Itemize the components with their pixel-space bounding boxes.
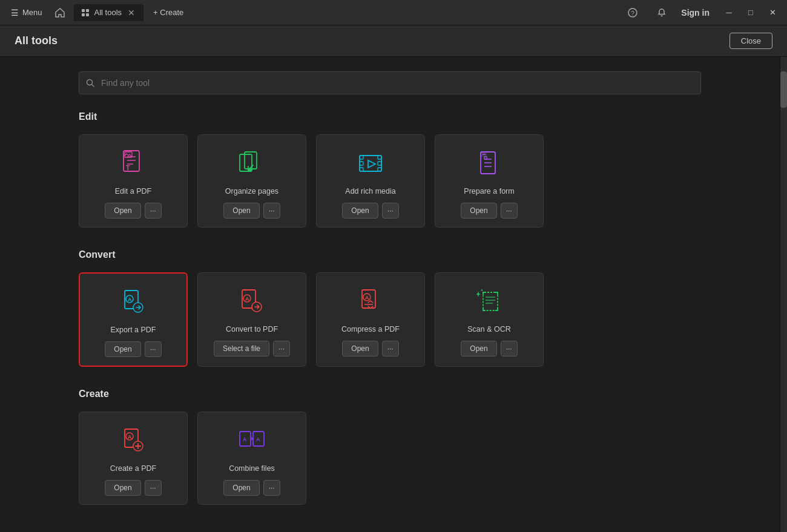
compress-pdf-more-button[interactable]: ··· xyxy=(382,341,399,356)
svg-text:A: A xyxy=(365,295,369,301)
svg-rect-44 xyxy=(483,292,498,310)
svg-line-7 xyxy=(92,85,94,87)
compress-pdf-label: Compress a PDF xyxy=(341,325,400,333)
convert-to-pdf-open-button[interactable]: Select a file xyxy=(214,341,269,356)
prepare-form-icon xyxy=(471,147,507,181)
create-tools-grid: A Create a PDF Open ··· xyxy=(79,412,701,505)
prepare-form-actions: Open ··· xyxy=(461,203,517,218)
edit-pdf-open-button[interactable]: Open xyxy=(105,203,140,218)
svg-text:A: A xyxy=(243,436,247,442)
edit-pdf-icon: T xyxy=(115,147,151,181)
edit-section: Edit xyxy=(79,111,701,228)
home-icon xyxy=(54,7,65,18)
prepare-form-open-button[interactable]: Open xyxy=(461,203,496,218)
convert-section-title: Convert xyxy=(79,249,701,260)
export-pdf-open-button[interactable]: Open xyxy=(105,341,140,357)
export-pdf-more-button[interactable]: ··· xyxy=(145,341,162,357)
scrollbar-track[interactable] xyxy=(780,57,787,532)
window-controls: ─ □ ✕ xyxy=(719,4,782,21)
add-rich-media-icon xyxy=(352,147,389,181)
tool-card-compress-pdf[interactable]: A Compress a PDF Open ··· xyxy=(316,272,425,367)
create-tab[interactable]: + Create xyxy=(146,4,191,21)
combine-files-icon: A A xyxy=(234,424,270,458)
tool-card-convert-to-pdf[interactable]: A Convert to PDF Select a file ··· xyxy=(197,272,306,367)
convert-tools-grid: A Export a PDF Open ··· xyxy=(79,272,701,367)
create-pdf-open-button[interactable]: Open xyxy=(105,480,140,496)
combine-files-more-button[interactable]: ··· xyxy=(263,480,280,496)
bell-button[interactable] xyxy=(652,4,671,21)
export-pdf-icon: A xyxy=(115,286,151,320)
tool-card-add-rich-media[interactable]: Add rich media Open ··· xyxy=(316,134,425,228)
compress-pdf-icon: A xyxy=(352,285,389,319)
edit-section-title: Edit xyxy=(79,111,701,122)
titlebar: ☰ Menu All tools ✕ + Create ? xyxy=(0,0,787,25)
organize-pages-actions: Open ··· xyxy=(223,203,280,218)
search-icon xyxy=(86,79,94,87)
svg-text:T: T xyxy=(126,164,130,171)
export-pdf-label: Export a PDF xyxy=(110,326,156,334)
svg-rect-0 xyxy=(82,9,85,12)
menu-button[interactable]: ☰ Menu xyxy=(5,5,48,20)
add-rich-media-more-button[interactable]: ··· xyxy=(382,203,399,218)
edit-tools-grid: T Edit a PDF Open ··· xyxy=(79,134,701,228)
help-button[interactable]: ? xyxy=(623,4,642,21)
svg-text:?: ? xyxy=(631,10,635,16)
edit-pdf-label: Edit a PDF xyxy=(115,187,151,195)
scan-ocr-more-button[interactable]: ··· xyxy=(501,341,518,356)
organize-pages-label: Organize pages xyxy=(225,187,278,195)
search-container xyxy=(79,71,701,94)
create-tab-label: + Create xyxy=(153,8,183,17)
create-pdf-more-button[interactable]: ··· xyxy=(145,480,162,496)
tool-card-edit-pdf[interactable]: T Edit a PDF Open ··· xyxy=(79,134,188,228)
add-rich-media-actions: Open ··· xyxy=(342,203,398,218)
minimize-button[interactable]: ─ xyxy=(719,4,739,21)
hamburger-icon: ☰ xyxy=(11,8,19,18)
tool-card-create-pdf[interactable]: A Create a PDF Open ··· xyxy=(79,412,188,505)
create-pdf-label: Create a PDF xyxy=(110,464,156,473)
convert-to-pdf-icon: A xyxy=(234,285,270,319)
organize-pages-open-button[interactable]: Open xyxy=(223,203,259,218)
grid-icon xyxy=(81,8,90,17)
compress-pdf-actions: Open ··· xyxy=(342,341,398,356)
titlebar-right: ? Sign in ─ □ ✕ xyxy=(623,4,782,21)
scan-ocr-actions: Open ··· xyxy=(461,341,517,356)
prepare-form-more-button[interactable]: ··· xyxy=(501,203,518,218)
tool-card-export-pdf[interactable]: A Export a PDF Open ··· xyxy=(79,272,188,367)
convert-section: Convert A xyxy=(79,249,701,367)
close-tab-button[interactable]: ✕ xyxy=(127,8,136,18)
tool-card-combine-files[interactable]: A A Combine files Open ··· xyxy=(197,412,306,505)
svg-text:A: A xyxy=(245,296,249,302)
scan-ocr-icon xyxy=(471,285,507,319)
svg-rect-22 xyxy=(378,162,381,165)
bell-icon xyxy=(657,8,667,18)
create-section-title: Create xyxy=(79,389,701,399)
convert-to-pdf-more-button[interactable]: ··· xyxy=(273,341,290,356)
search-input[interactable] xyxy=(79,71,701,94)
content-area: Edit xyxy=(0,57,780,532)
page-header: All tools Close xyxy=(0,25,787,57)
sign-in-button[interactable]: Sign in xyxy=(681,8,710,18)
close-button[interactable]: Close xyxy=(729,33,772,49)
create-pdf-actions: Open ··· xyxy=(105,480,161,496)
home-tab[interactable] xyxy=(48,4,71,22)
window-close-button[interactable]: ✕ xyxy=(763,4,782,21)
organize-pages-icon xyxy=(234,147,270,181)
svg-marker-24 xyxy=(368,160,375,168)
tool-card-scan-ocr[interactable]: Scan & OCR Open ··· xyxy=(435,272,544,367)
export-pdf-actions: Open ··· xyxy=(105,341,161,357)
all-tools-tab-label: All tools xyxy=(94,8,122,17)
scrollbar-thumb[interactable] xyxy=(780,71,787,108)
create-section: Create A xyxy=(79,389,701,505)
svg-rect-3 xyxy=(86,13,89,16)
add-rich-media-open-button[interactable]: Open xyxy=(342,203,378,218)
svg-rect-1 xyxy=(86,9,89,12)
tool-card-organize-pages[interactable]: Organize pages Open ··· xyxy=(197,134,306,228)
maximize-button[interactable]: □ xyxy=(741,4,760,21)
all-tools-tab[interactable]: All tools ✕ xyxy=(74,4,144,21)
organize-pages-more-button[interactable]: ··· xyxy=(263,203,280,218)
combine-files-open-button[interactable]: Open xyxy=(223,480,259,496)
tool-card-prepare-form[interactable]: Prepare a form Open ··· xyxy=(435,134,544,228)
scan-ocr-open-button[interactable]: Open xyxy=(461,341,496,356)
compress-pdf-open-button[interactable]: Open xyxy=(342,341,378,356)
edit-pdf-more-button[interactable]: ··· xyxy=(145,203,162,218)
